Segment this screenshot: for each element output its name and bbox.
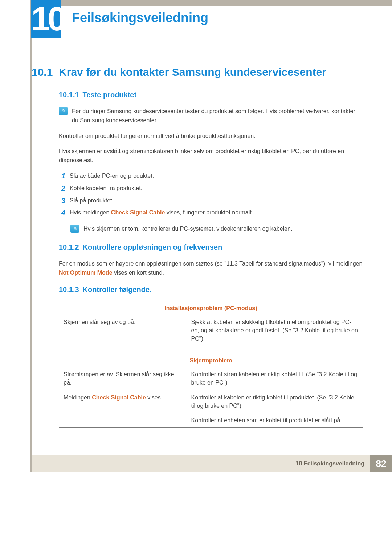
note-text-2: Hvis skjermen er tom, kontrollerer du PC…	[83, 225, 292, 234]
subsection-1-num: 10.1.1	[59, 91, 79, 99]
section-title: 10.1 Krav før du kontakter Samsung kunde…	[32, 66, 326, 78]
note-text-1: Før du ringer Samsung kundeservicesenter…	[72, 107, 363, 125]
table2-header: Skjermproblem	[59, 354, 363, 367]
section-number: 10.1	[32, 66, 53, 78]
chapter-badge: 10	[31, 0, 61, 38]
chapter-title: Feilsøkingsveiledning	[72, 10, 208, 25]
steps-list: 1 Slå av både PC-en og produktet. 2 Kobl…	[59, 172, 363, 217]
subsection-1-heading: Teste produktet	[83, 91, 137, 99]
table2-r1-left: Meldingen Check Signal Cable vises.	[59, 390, 187, 428]
step-num-2: 2	[59, 184, 65, 193]
subsection-2-title: 10.1.2Kontrollere oppløsningen og frekve…	[59, 243, 363, 251]
table1-header: Installasjonsproblem (PC-modus)	[59, 302, 363, 315]
list-item: 2 Koble kabelen fra produktet.	[59, 184, 363, 193]
note-block-2: ✎ Hvis skjermen er tom, kontrollerer du …	[70, 225, 363, 234]
s2-pre: For en modus som er høyere enn oppløsnin…	[59, 260, 362, 267]
table2-r0-right: Kontroller at strømkabelen er riktig kob…	[187, 367, 363, 390]
step4-pre: Hvis meldingen	[70, 209, 111, 216]
step4-post: vises, fungerer produktet normalt.	[165, 209, 253, 216]
list-item: 1 Slå av både PC-en og produktet.	[59, 172, 363, 181]
content-area: 10.1.1Teste produktet ✎ Før du ringer Sa…	[59, 87, 363, 436]
footer-text: 10 Feilsøkingsveiledning	[32, 455, 370, 472]
table-row: Strømlampen er av. Skjermen slår seg ikk…	[59, 367, 363, 390]
table-row: Installasjonsproblem (PC-modus)	[59, 302, 363, 315]
subsection-2-heading: Kontrollere oppløsningen og frekvensen	[83, 243, 222, 251]
table2-r1-right: Kontroller at kabelen er riktig koblet t…	[187, 390, 363, 413]
section-heading: Krav før du kontakter Samsung kundeservi…	[59, 66, 326, 78]
s1-p2: Hvis skjermen er avslått og strømindikat…	[59, 147, 363, 165]
table-row: Meldingen Check Signal Cable vises. Kont…	[59, 390, 363, 413]
note-icon: ✎	[70, 225, 79, 233]
table-screen-problem: Skjermproblem Strømlampen er av. Skjerme…	[59, 354, 363, 428]
table-row: Skjermen slår seg av og på. Sjekk at kab…	[59, 315, 363, 346]
step-num-3: 3	[59, 196, 65, 205]
table1-r0-left: Skjermen slår seg av og på.	[59, 315, 187, 346]
note-block-1: ✎ Før du ringer Samsung kundeservicesent…	[59, 107, 363, 125]
list-item: 4 Hvis meldingen Check Signal Cable vise…	[59, 208, 363, 217]
step-text-3: Slå på produktet.	[70, 196, 114, 205]
s2-keyword: Not Optimum Mode	[59, 270, 113, 276]
s1-p1: Kontroller om produktet fungerer normalt…	[59, 132, 363, 141]
s2-post: vises en kort stund.	[113, 270, 164, 276]
t2r1-post: vises.	[146, 394, 162, 401]
note-icon: ✎	[59, 107, 68, 115]
step-text-1: Slå av både PC-en og produktet.	[70, 172, 154, 181]
footer-page-number: 82	[370, 455, 392, 472]
subsection-3-title: 10.1.3Kontroller følgende.	[59, 286, 363, 294]
subsection-2: 10.1.2Kontrollere oppløsningen og frekve…	[59, 243, 363, 278]
table1-r0-right: Sjekk at kabelen er skikkelig tilkoblet …	[187, 315, 363, 346]
table-row: Skjermproblem	[59, 354, 363, 367]
t2r1-pre: Meldingen	[64, 394, 92, 401]
subsection-3: 10.1.3Kontroller følgende. Installasjons…	[59, 286, 363, 428]
subsection-1-title: 10.1.1Teste produktet	[59, 91, 363, 99]
table2-r0-left: Strømlampen er av. Skjermen slår seg ikk…	[59, 367, 187, 390]
subsection-1: 10.1.1Teste produktet ✎ Før du ringer Sa…	[59, 91, 363, 234]
table-install-problem: Installasjonsproblem (PC-modus) Skjermen…	[59, 302, 363, 346]
step-text-2: Koble kabelen fra produktet.	[70, 184, 142, 193]
subsection-2-num: 10.1.2	[59, 243, 79, 251]
t2r1-keyword: Check Signal Cable	[92, 394, 146, 401]
subsection-3-num: 10.1.3	[59, 286, 79, 294]
s2-p: For en modus som er høyere enn oppløsnin…	[59, 259, 363, 278]
page: 10 Feilsøkingsveiledning 10.1 Krav før d…	[0, 0, 392, 554]
table2-r2-right: Kontroller at enheten som er koblet til …	[187, 413, 363, 427]
step4-keyword: Check Signal Cable	[111, 209, 165, 216]
step-text-4: Hvis meldingen Check Signal Cable vises,…	[70, 208, 253, 217]
top-bar	[32, 0, 392, 6]
step-num-1: 1	[59, 172, 65, 181]
footer-bar: 10 Feilsøkingsveiledning 82	[32, 455, 392, 472]
step-num-4: 4	[59, 208, 65, 217]
list-item: 3 Slå på produktet.	[59, 196, 363, 205]
subsection-3-heading: Kontroller følgende.	[83, 286, 152, 294]
